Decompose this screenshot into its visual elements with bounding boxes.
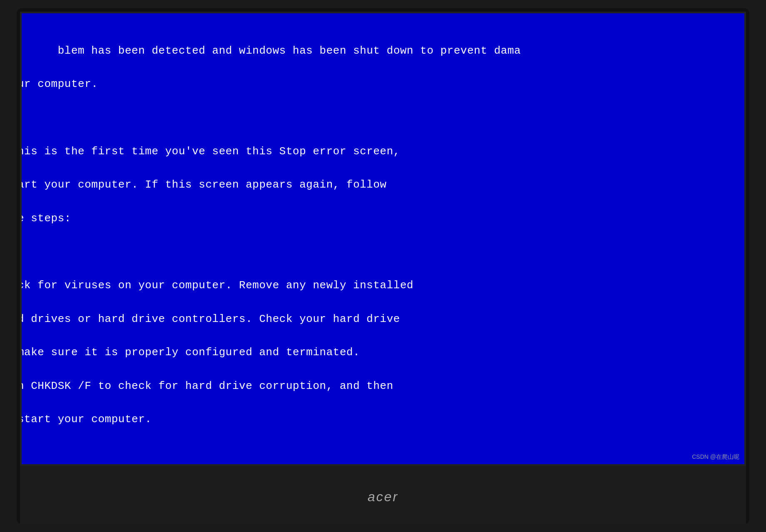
bsod-line-4: nis is the first time you've seen this S… <box>20 145 400 158</box>
monitor-brand-label: acer <box>368 489 398 505</box>
monitor: blem has been detected and windows has b… <box>17 8 749 524</box>
bsod-line-2: ur computer. <box>20 78 98 90</box>
bsod-line-12: start your computer. <box>20 413 152 426</box>
bsod-line-5: art your computer. If this screen appear… <box>20 178 387 191</box>
bsod-screen: blem has been detected and windows has b… <box>20 12 746 466</box>
bsod-line-9: d drives or hard drive controllers. Chec… <box>20 313 400 325</box>
monitor-bottom-bezel: acer <box>20 466 746 524</box>
bsod-line-1: blem has been detected and windows has b… <box>58 45 521 57</box>
bsod-line-10: make sure it is properly configured and … <box>20 346 360 359</box>
bsod-line-6: e steps: <box>20 212 71 225</box>
watermark-text: CSDN @在爬山呢 <box>692 453 739 461</box>
bsod-line-11: n CHKDSK /F to check for hard drive corr… <box>20 380 393 392</box>
bsod-text: blem has been detected and windows has b… <box>20 13 542 466</box>
bsod-line-8: ck for viruses on your computer. Remove … <box>20 279 413 292</box>
